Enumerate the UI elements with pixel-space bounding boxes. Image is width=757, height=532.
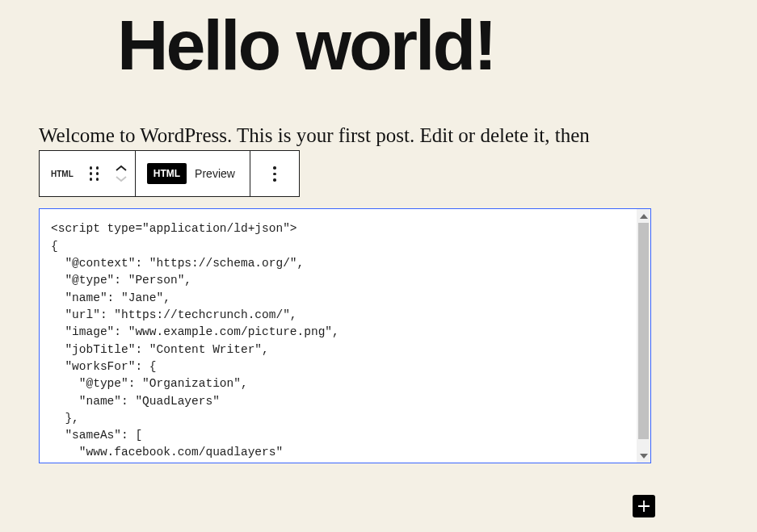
preview-label: Preview <box>195 167 250 180</box>
plus-icon <box>636 498 652 514</box>
triangle-down-icon <box>640 454 648 459</box>
block-type-button[interactable]: HTML <box>40 151 82 196</box>
block-movers <box>107 151 135 196</box>
toolbar-group-mode: HTML Preview <box>136 151 250 196</box>
intro-paragraph[interactable]: Welcome to WordPress. This is your first… <box>39 124 757 147</box>
more-vertical-icon <box>273 166 276 182</box>
drag-handle-icon <box>90 166 99 181</box>
scrollbar-thumb[interactable] <box>638 223 649 439</box>
block-toolbar: HTML HTML Preview <box>39 150 300 197</box>
toolbar-group-block: HTML <box>40 151 136 196</box>
html-code-block: <script type="application/ld+json"> { "@… <box>39 208 651 463</box>
move-up-button[interactable] <box>115 165 128 173</box>
toolbar-group-more <box>250 151 299 196</box>
scrollbar[interactable] <box>637 209 650 463</box>
triangle-up-icon <box>640 214 648 219</box>
more-options-button[interactable] <box>250 151 299 196</box>
chevron-down-icon <box>115 174 128 182</box>
drag-handle[interactable] <box>82 151 107 196</box>
scroll-up-button[interactable] <box>637 209 650 223</box>
preview-mode-button[interactable]: Preview <box>195 151 250 196</box>
chevron-up-icon <box>115 165 128 173</box>
page-title: Hello world! <box>117 8 757 82</box>
html-badge: HTML <box>147 163 187 184</box>
add-block-button[interactable] <box>633 495 655 517</box>
scroll-down-button[interactable] <box>637 449 650 463</box>
move-down-button[interactable] <box>115 174 128 182</box>
code-editor-textarea[interactable]: <script type="application/ld+json"> { "@… <box>40 209 637 463</box>
html-mode-button[interactable]: HTML <box>136 151 195 196</box>
